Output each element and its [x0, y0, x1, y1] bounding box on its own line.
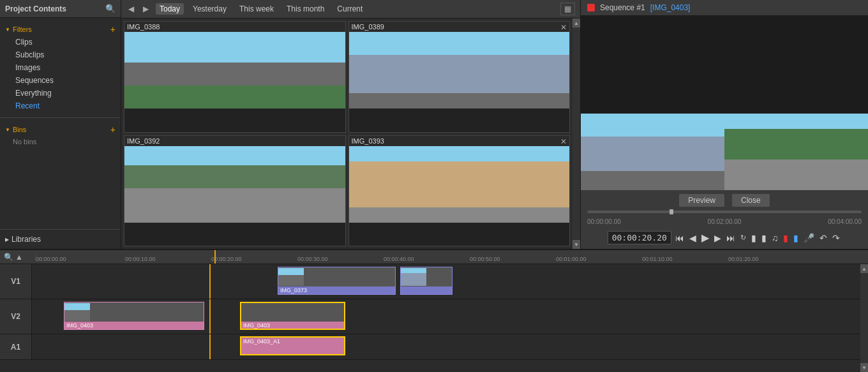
preview-button[interactable]: Preview	[679, 194, 724, 207]
filters-header[interactable]: ▼ Filters +	[5, 23, 116, 36]
timeline-area: 🔍 ▲ 00:00:00.00 00:00:10.00 00:00:20.00 …	[0, 249, 868, 372]
track-a1: A1 IMG_0403_A1	[0, 334, 860, 360]
mic-button[interactable]: 🎤	[802, 232, 816, 244]
bins-section: ▼ Bins + No bins	[0, 121, 121, 148]
add-filter-button[interactable]: +	[110, 25, 116, 34]
zoom-out-button[interactable]: 🔍	[4, 253, 13, 262]
filter-item-clips[interactable]: Clips	[13, 36, 116, 48]
media-thumb-img-0392	[124, 146, 345, 223]
clip-IMG_0403-long[interactable]: IMG_0403	[64, 302, 204, 330]
playhead-v2	[209, 299, 211, 334]
media-grid: IMG_0388 IMG_0389 ✕ IMG_0392	[121, 19, 572, 249]
marker-button[interactable]: ▮	[782, 232, 789, 244]
tick-5: 00:00:50.00	[470, 256, 500, 262]
scroll-down-arrow[interactable]: ▼	[572, 240, 580, 249]
go-end-button[interactable]: ⏭	[725, 232, 737, 244]
add-bin-button[interactable]: +	[110, 125, 116, 134]
go-start-button[interactable]: ⏮	[674, 232, 685, 244]
preview-thumb-right[interactable]	[724, 114, 868, 190]
preview-area	[581, 16, 868, 190]
grid-view-button[interactable]: ▦	[560, 3, 575, 15]
transport-controls: 00:00:20.20 ⏮ ◀ ▶ ▶ ⏭ ↻ ▮ ▮ ♫ ▮ ▮ 🎤 ↶ ↷	[587, 230, 862, 245]
filter-item-subclips[interactable]: Subclips	[13, 48, 116, 61]
track-content-v2[interactable]: IMG_0403 IMG_0403	[32, 299, 860, 334]
media-thumb-IMG_0392[interactable]: IMG_0392	[124, 135, 346, 247]
prev-frame-button[interactable]: ◀	[688, 232, 698, 244]
ruler-ticks: 00:00:00.00 00:00:10.00 00:00:20.00 00:0…	[36, 250, 864, 264]
play-button[interactable]: ▶	[700, 230, 710, 245]
media-grid-container: IMG_0388 IMG_0389 ✕ IMG_0392	[121, 19, 580, 249]
forward-button[interactable]: ▶	[141, 4, 151, 14]
preview-controls: Preview Close 00:00:00.00 00:02:00.00 00…	[581, 190, 868, 249]
this-week-button[interactable]: This week	[236, 3, 278, 15]
right-panel: Sequence #1 [IMG_0403] Preview Close	[581, 0, 868, 249]
zoom-controls: 🔍 ▲	[4, 253, 36, 262]
track-content-a1[interactable]: IMG_0403_A1	[32, 334, 860, 359]
today-button[interactable]: Today	[156, 3, 184, 15]
track-v2: V2 IMG_0403 IMG_0403	[0, 299, 860, 334]
playhead-a1	[209, 334, 211, 359]
out-point-button[interactable]: ▮	[760, 232, 768, 244]
sequence-indicator	[587, 4, 595, 11]
separator	[0, 117, 121, 118]
in-point-button[interactable]: ▮	[750, 232, 758, 244]
audio-button[interactable]: ♫	[770, 232, 780, 244]
filter-item-everything[interactable]: Everything	[13, 87, 116, 100]
clip-label-0403-a1: IMG_0403_A1	[241, 338, 344, 345]
preview-thumb-left[interactable]	[581, 114, 724, 190]
track-scroll-up[interactable]: ▲	[860, 264, 868, 273]
filter-item-recent[interactable]: Recent	[13, 100, 116, 112]
clip-IMG_0373b[interactable]	[400, 267, 453, 295]
clip-IMG_0373[interactable]: IMG_0373	[278, 267, 396, 295]
clip-label-0373b	[401, 286, 452, 288]
filter-item-sequences[interactable]: Sequences	[13, 74, 116, 87]
track-scrollbar[interactable]: ▲ ▼	[860, 264, 868, 372]
media-thumb-img-0388	[124, 32, 345, 108]
timecode-middle: 00:02:00.00	[708, 218, 742, 225]
preview-thumbnails	[581, 114, 868, 190]
bins-header[interactable]: ▼ Bins +	[5, 123, 116, 136]
bins-title: ▼ Bins	[5, 126, 26, 133]
clip-IMG_0403-A1[interactable]: IMG_0403_A1	[240, 336, 345, 355]
timeline-ruler: 🔍 ▲ 00:00:00.00 00:00:10.00 00:00:20.00 …	[0, 250, 868, 264]
splice-button[interactable]: ▮	[792, 232, 800, 244]
back-button[interactable]: ◀	[126, 4, 136, 14]
tick-8: 00:01:20.00	[728, 256, 759, 262]
search-icon[interactable]: 🔍	[105, 4, 116, 13]
preview-buttons: Preview Close	[587, 194, 862, 207]
filter-item-images[interactable]: Images	[13, 61, 116, 74]
track-content-v1[interactable]: IMG_0373	[32, 264, 860, 299]
close-preview-button[interactable]: Close	[732, 194, 770, 207]
loop-button[interactable]: ↻	[739, 232, 747, 243]
media-thumb-IMG_0393[interactable]: IMG_0393 ✕	[348, 135, 571, 247]
clip-thumb-mini-0373	[278, 268, 304, 286]
scroll-up-arrow[interactable]: ▲	[572, 19, 580, 27]
media-thumb-IMG_0388[interactable]: IMG_0388	[124, 21, 346, 133]
zoom-in-button[interactable]: ▲	[15, 253, 24, 262]
filters-title: ▼ Filters	[5, 26, 32, 33]
media-thumb-label-0388: IMG_0388	[124, 22, 345, 32]
current-button[interactable]: Current	[333, 3, 366, 15]
media-thumb-img-0389	[349, 32, 570, 108]
clip-thumb-strip-0403	[64, 302, 204, 322]
track-v1: V1 IMG_0373	[0, 264, 860, 299]
preview-header: Sequence #1 [IMG_0403]	[581, 0, 868, 16]
center-panel: ◀ ▶ Today Yesterday This week This month…	[121, 0, 581, 249]
media-scrollbar[interactable]: ▲ ▼	[572, 19, 580, 249]
yesterday-button[interactable]: Yesterday	[189, 3, 230, 15]
this-month-button[interactable]: This month	[283, 3, 328, 15]
track-label-v2: V2	[0, 299, 32, 334]
close-thumb-0393[interactable]: ✕	[560, 137, 567, 146]
timecode-bar: 00:00:00.00 00:02:00.00 00:04:00.00	[587, 217, 862, 227]
track-scroll-down[interactable]: ▼	[860, 363, 868, 372]
sequence-clip-label: [IMG_0403]	[650, 3, 691, 12]
next-frame-button[interactable]: ▶	[713, 232, 722, 244]
clip-IMG_0403-outline[interactable]: IMG_0403	[240, 302, 345, 330]
close-thumb-0389[interactable]: ✕	[560, 23, 567, 32]
tick-6: 00:01:00.00	[556, 256, 587, 262]
playhead-ruler-marker	[214, 250, 216, 264]
media-thumb-IMG_0389[interactable]: IMG_0389 ✕	[348, 21, 571, 133]
undo-button[interactable]: ↶	[818, 232, 828, 244]
libraries-header[interactable]: ▶ Libraries	[5, 232, 116, 246]
redo-button[interactable]: ↷	[831, 232, 841, 244]
